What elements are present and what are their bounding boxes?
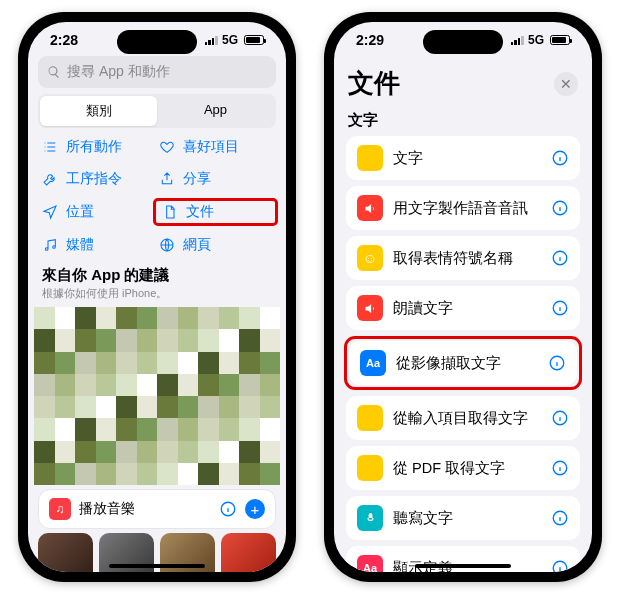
definition-icon: Aa (357, 555, 383, 572)
image-text-icon: Aa (360, 350, 386, 376)
carrier-label: 5G (222, 33, 238, 47)
signal-icon (205, 36, 218, 45)
cat-documents[interactable]: 文件 (162, 203, 269, 221)
info-icon[interactable] (551, 199, 569, 217)
search-placeholder: 搜尋 App 和動作 (67, 63, 170, 81)
location-icon (42, 204, 58, 220)
carrier-label: 5G (528, 33, 544, 47)
search-icon (47, 65, 61, 79)
emoji-icon: ☺ (357, 245, 383, 271)
cat-media[interactable]: 媒體 (42, 236, 155, 254)
info-icon[interactable] (551, 509, 569, 527)
info-icon[interactable] (551, 559, 569, 572)
row-make-audio[interactable]: 用文字製作語音音訊 (346, 186, 580, 230)
row-emoji-name[interactable]: ☺ 取得表情符號名稱 (346, 236, 580, 280)
cat-web[interactable]: 網頁 (159, 236, 272, 254)
info-icon[interactable] (219, 500, 237, 518)
row-get-from-input[interactable]: 從輸入項目取得文字 (346, 396, 580, 440)
dynamic-island (423, 30, 503, 54)
screen-right: 2:29 5G 文件 ✕ 文字 文字 用文字製作語音音訊 (334, 22, 592, 572)
music-icon (42, 237, 58, 253)
row-dictate-text[interactable]: 聽寫文字 (346, 496, 580, 540)
thumbnail[interactable] (221, 533, 276, 572)
status-time: 2:28 (50, 32, 78, 48)
globe-icon (159, 237, 175, 253)
status-right: 5G (205, 33, 264, 47)
row-speak-text[interactable]: 朗讀文字 (346, 286, 580, 330)
category-grid: 所有動作 喜好項目 工序指令 分享 位置 文件 (42, 138, 272, 254)
cat-shortcuts[interactable]: 工序指令 (42, 170, 155, 188)
cat-all-actions[interactable]: 所有動作 (42, 138, 155, 156)
section-text: 文字 (348, 111, 578, 130)
row-text[interactable]: 文字 (346, 136, 580, 180)
mic-icon (357, 505, 383, 531)
phone-left: 2:28 5G 搜尋 App 和動作 類別 App 所有動作 喜好項目 (18, 12, 296, 582)
info-icon[interactable] (551, 249, 569, 267)
cat-location[interactable]: 位置 (42, 202, 155, 222)
cat-share[interactable]: 分享 (159, 170, 272, 188)
share-icon (159, 171, 175, 187)
text-icon (357, 455, 383, 481)
heart-icon (159, 139, 175, 155)
row-get-from-pdf[interactable]: 從 PDF 取得文字 (346, 446, 580, 490)
list-icon (42, 139, 58, 155)
wrench-icon (42, 171, 58, 187)
segmented-control[interactable]: 類別 App (38, 94, 276, 128)
info-icon[interactable] (551, 299, 569, 317)
card-label: 播放音樂 (79, 500, 211, 518)
highlight-documents: 文件 (153, 198, 278, 226)
row-extract-from-image[interactable]: Aa 從影像擷取文字 (349, 341, 577, 385)
screen-left: 2:28 5G 搜尋 App 和動作 類別 App 所有動作 喜好項目 (28, 22, 286, 572)
content-scroll[interactable]: 文件 ✕ 文字 文字 用文字製作語音音訊 ☺ 取得表情符號名稱 朗讀 (334, 60, 592, 572)
info-icon[interactable] (551, 409, 569, 427)
speaker-icon (357, 195, 383, 221)
suggestions-blur (34, 307, 280, 485)
thumbnail[interactable] (38, 533, 93, 572)
close-button[interactable]: ✕ (554, 72, 578, 96)
speaker-icon (357, 295, 383, 321)
home-indicator[interactable] (109, 564, 205, 568)
signal-icon (511, 36, 524, 45)
seg-app[interactable]: App (157, 96, 274, 126)
cat-favorites[interactable]: 喜好項目 (159, 138, 272, 156)
phone-right: 2:29 5G 文件 ✕ 文字 文字 用文字製作語音音訊 (324, 12, 602, 582)
page-title: 文件 (348, 66, 400, 101)
add-button[interactable]: + (245, 499, 265, 519)
highlight-extract-text: Aa 從影像擷取文字 (344, 336, 582, 390)
seg-category[interactable]: 類別 (40, 96, 157, 126)
row-show-definition[interactable]: Aa 顯示定義 (346, 546, 580, 572)
battery-icon (244, 35, 264, 45)
text-icon (357, 145, 383, 171)
home-indicator[interactable] (415, 564, 511, 568)
card-play-music[interactable]: ♫ 播放音樂 + (38, 489, 276, 529)
page-header: 文件 ✕ (348, 66, 578, 101)
text-icon (357, 405, 383, 431)
status-right: 5G (511, 33, 570, 47)
suggestions-subtitle: 根據你如何使用 iPhone。 (42, 286, 272, 301)
battery-icon (550, 35, 570, 45)
document-icon (162, 204, 178, 220)
info-icon[interactable] (548, 354, 566, 372)
suggestions-title: 來自你 App 的建議 (42, 266, 272, 285)
status-time: 2:29 (356, 32, 384, 48)
info-icon[interactable] (551, 149, 569, 167)
info-icon[interactable] (551, 459, 569, 477)
search-input[interactable]: 搜尋 App 和動作 (38, 56, 276, 88)
dynamic-island (117, 30, 197, 54)
music-badge-icon: ♫ (49, 498, 71, 520)
